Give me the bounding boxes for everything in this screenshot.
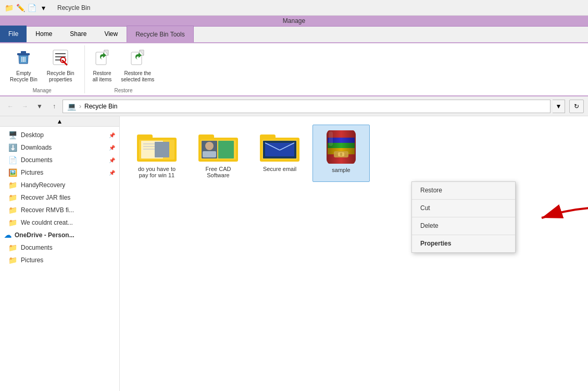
context-divider1 <box>412 199 515 200</box>
tab-home[interactable]: Home <box>27 26 61 42</box>
sidebar-item-desktop[interactable]: 🖥️ Desktop 📌 <box>0 129 119 141</box>
content-area: do you have topay for win 11 Free CADSof… <box>120 116 588 391</box>
restore-buttons: Restoreall items Restore theselected ite… <box>89 45 158 85</box>
pictures-pin: 📌 <box>109 170 115 176</box>
svg-rect-42 <box>340 153 342 156</box>
back-button[interactable]: ← <box>4 100 17 113</box>
restore-all-button[interactable]: Restoreall items <box>89 45 116 85</box>
svg-rect-43 <box>329 131 333 146</box>
sample-label: sample <box>332 167 350 173</box>
properties-label: Recycle Binproperties <box>47 70 74 83</box>
svg-rect-19 <box>155 142 169 157</box>
restore-selected-button[interactable]: Restore theselected items <box>117 45 158 85</box>
folder2-label: Free CADSoftware <box>206 166 231 178</box>
file-item-folder2[interactable]: Free CADSoftware <box>190 125 247 182</box>
tab-recycletools[interactable]: Recycle Bin Tools <box>127 26 194 42</box>
desktop-pin: 📌 <box>109 132 115 138</box>
desktop-icon: 🖥️ <box>8 131 18 139</box>
od-documents-icon: 📁 <box>8 243 18 252</box>
sidebar-item-recover-jar[interactable]: 📁 Recover JAR files <box>0 191 119 204</box>
tab-share[interactable]: Share <box>61 26 95 42</box>
recent-button[interactable]: ▼ <box>33 100 46 113</box>
refresh-button[interactable]: ↻ <box>569 100 584 113</box>
restore-selected-icon <box>128 48 147 69</box>
context-divider2 <box>412 217 515 217</box>
address-chevron[interactable]: ▼ <box>553 100 565 113</box>
file-item-folder3[interactable]: Secure email <box>251 125 308 182</box>
ribbon-group-restore: Restoreall items Restore theselected ite… <box>87 45 165 93</box>
context-cut[interactable]: Cut <box>412 201 515 216</box>
context-menu: Restore Cut Delete Properties <box>411 181 516 253</box>
restore-group-label: Restore <box>89 88 158 93</box>
sidebar-item-handyrecovery[interactable]: 📁 HandyRecovery <box>0 179 119 191</box>
manage-buttons: EmptyRecycle Bin Recycle Binproperties <box>6 45 78 85</box>
context-restore[interactable]: Restore <box>412 183 515 198</box>
recover-jar-icon: 📁 <box>8 193 18 202</box>
restore-all-icon <box>93 48 111 69</box>
empty-icon <box>14 48 33 69</box>
recover-rmvb-icon: 📁 <box>8 206 18 214</box>
file-item-sample[interactable]: sample <box>312 125 370 182</box>
ribbon-content: EmptyRecycle Bin Recycle Binproperties M… <box>0 43 588 96</box>
properties-icon <box>51 48 70 69</box>
folder3-label: Secure email <box>263 166 296 172</box>
documents-label: Documents <box>21 156 105 164</box>
recover-jar-label: Recover JAR files <box>21 194 115 201</box>
empty-recycle-bin-button[interactable]: EmptyRecycle Bin <box>6 45 41 85</box>
documents-pin: 📌 <box>109 157 115 163</box>
edit-icon: ✏️ <box>16 3 25 13</box>
dropdown-icon[interactable]: ▾ <box>39 3 48 13</box>
doc-icon: 📄 <box>27 3 36 13</box>
main-area: ▲ ★ Quick access 🖥️ Desktop 📌 ⬇️ Downloa… <box>0 116 588 391</box>
od-pictures-icon: 📁 <box>8 256 18 264</box>
tab-file[interactable]: File <box>0 26 27 42</box>
address-input[interactable]: 💻 › Recycle Bin <box>62 100 551 113</box>
sidebar: ▲ ★ Quick access 🖥️ Desktop 📌 ⬇️ Downloa… <box>0 116 120 391</box>
manage-label: Manage <box>0 16 588 27</box>
onedrive-label: OneDrive - Person... <box>15 231 74 239</box>
od-pictures-label: Pictures <box>21 256 115 264</box>
sidebar-item-recover-rmvb[interactable]: 📁 Recover RMVB fi... <box>0 204 119 216</box>
sidebar-item-downloads[interactable]: ⬇️ Downloads 📌 <box>0 141 119 154</box>
desktop-label: Desktop <box>21 131 105 139</box>
arrow-indicator <box>510 197 588 239</box>
folder-icon: 📁 <box>4 3 14 13</box>
up-button[interactable]: ↑ <box>48 100 60 113</box>
address-icon: 💻 <box>67 102 76 111</box>
context-divider3 <box>412 235 515 235</box>
folder1-label: do you have topay for win 11 <box>138 166 176 178</box>
ribbon-tabs: File Home Share View Recycle Bin Tools <box>0 27 588 43</box>
window-title: Recycle Bin <box>57 4 90 11</box>
sidebar-items: ★ Quick access 🖥️ Desktop 📌 ⬇️ Downloads… <box>0 116 119 266</box>
context-properties[interactable]: Properties <box>412 236 515 251</box>
recover-rmvb-label: Recover RMVB fi... <box>21 206 115 214</box>
handyrecovery-icon: 📁 <box>8 181 18 189</box>
downloads-label: Downloads <box>21 144 105 151</box>
title-bar-icons: 📁 ✏️ 📄 ▾ <box>4 3 48 13</box>
file-item-folder1[interactable]: do you have topay for win 11 <box>128 125 185 182</box>
sidebar-item-documents[interactable]: 📄 Documents 📌 <box>0 154 119 166</box>
sidebar-item-we-couldnt[interactable]: 📁 We couldnt creat... <box>0 216 119 229</box>
onedrive-header[interactable]: ☁ OneDrive - Person... <box>0 229 119 241</box>
restore-selected-label: Restore theselected items <box>121 70 154 83</box>
recycle-bin-properties-button[interactable]: Recycle Binproperties <box>43 45 78 85</box>
sidebar-item-pictures[interactable]: 🖼️ Pictures 📌 <box>0 166 119 179</box>
empty-label: EmptyRecycle Bin <box>10 70 37 83</box>
downloads-icon: ⬇️ <box>8 143 18 152</box>
manage-group-label: Manage <box>6 88 78 93</box>
address-bar: ← → ▼ ↑ 💻 › Recycle Bin ▼ ↻ <box>0 96 588 116</box>
od-documents-label: Documents <box>21 244 115 251</box>
onedrive-icon: ☁ <box>4 231 11 239</box>
we-couldnt-label: We couldnt creat... <box>21 219 115 226</box>
sidebar-item-od-pictures[interactable]: 📁 Pictures <box>0 254 119 266</box>
tab-view[interactable]: View <box>95 26 127 42</box>
pictures-icon: 🖼️ <box>8 168 18 177</box>
forward-button[interactable]: → <box>19 100 31 113</box>
context-delete[interactable]: Delete <box>412 218 515 234</box>
sidebar-scroll-up[interactable]: ▲ <box>0 116 119 127</box>
sidebar-item-od-documents[interactable]: 📁 Documents <box>0 241 119 254</box>
title-bar: 📁 ✏️ 📄 ▾ Recycle Bin <box>0 0 588 16</box>
pictures-label: Pictures <box>21 169 105 176</box>
svg-rect-25 <box>203 151 216 157</box>
documents-icon: 📄 <box>8 156 18 164</box>
